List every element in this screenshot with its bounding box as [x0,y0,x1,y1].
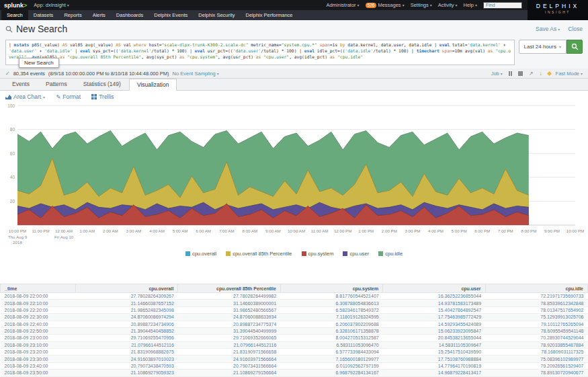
nav-item-reports[interactable]: Reports [58,10,87,20]
pause-job-icon[interactable] [509,71,512,76]
cell-value[interactable]: 15.40427864892547 [383,306,485,313]
cell-value[interactable]: 15.06233923095847 [383,327,485,334]
cell-value[interactable]: 6.583111053096470 [280,341,382,348]
cell-time[interactable]: 2018-08-09 22:30:00 [1,314,76,321]
nav-item-delphix-security[interactable]: Delphix Security [193,10,240,20]
tab-statistics-149[interactable]: Statistics (149) [75,78,129,90]
cell-value[interactable]: 21.07966144512116 [76,341,178,348]
cell-time[interactable]: 2018-08-09 23:20:00 [1,349,76,355]
cell-time[interactable]: 2018-08-09 22:10:00 [1,300,76,306]
cell-value[interactable]: 6.968792284134167 [280,370,382,376]
close-button[interactable]: Close [568,26,583,32]
cell-value[interactable]: 15.25417510439590 [383,349,485,355]
column-header-cpu-system[interactable]: cpu.system [280,284,382,293]
cell-value[interactable]: 31.39044540499999 [178,327,280,334]
nav-item-delphix-events[interactable]: Delphix Events [149,10,193,20]
legend-item-cpu-user[interactable]: cpu.user [343,251,369,257]
cell-value[interactable]: 14.96879228413417 [383,370,485,376]
cell-value[interactable]: 72.21971735690733 [485,293,587,300]
cell-time[interactable]: 2018-08-09 23:10:00 [1,341,76,348]
search-query-input[interactable]: | mstats p85(_value) AS val85 avg(_value… [5,40,515,65]
cell-value[interactable]: 79.20926561529407 [485,362,587,369]
export-icon[interactable]: ↓ [539,71,542,77]
cell-value[interactable]: 17.75108760988884 [383,355,485,362]
cell-value[interactable]: 27.78028264499982 [178,293,280,300]
trellis-button[interactable]: Trellis [91,93,114,100]
find-input[interactable] [483,2,522,9]
nav-item-search[interactable]: Search [1,10,28,20]
event-sampling-menu[interactable]: No Event Sampling▾ [173,71,219,77]
cell-value[interactable]: 78.01347517654902 [485,306,587,313]
job-menu[interactable]: Job▾ [491,71,503,77]
cell-time[interactable]: 2018-08-09 22:50:00 [1,327,76,334]
cell-value[interactable]: 78.85339612342848 [485,300,587,306]
cell-value[interactable]: 70.28930744529044 [485,335,587,341]
cell-value[interactable]: 16.36252236855044 [383,293,485,300]
cell-value[interactable]: 7.118019126324595 [280,314,382,321]
splunk-logo[interactable]: splunk> [4,2,27,9]
cell-value[interactable]: 20.79073431566664 [178,362,280,369]
cell-value[interactable]: 21.39044540458852 [76,327,178,334]
cell-value[interactable]: 8.817760544521407 [280,293,382,300]
cell-value[interactable]: 24.87060086974294 [76,314,178,321]
cell-value[interactable]: 21.10869279156664 [178,370,280,376]
share-icon[interactable]: ↗ [529,71,534,77]
tab-events[interactable]: Events [4,78,38,90]
cell-value[interactable]: 20.89887234775374 [178,321,280,327]
nav-item-datasets[interactable]: Datasets [28,10,59,20]
settings-menu[interactable]: Settings▾ [411,2,432,8]
cell-value[interactable]: 14.93781583173489 [383,300,485,306]
help-menu[interactable]: Help▾ [464,2,477,8]
cell-value[interactable]: 20.84538213655044 [383,335,485,341]
cell-value[interactable]: 31.14660389000001 [178,300,280,306]
cell-value[interactable]: 21.83190968882675 [76,349,178,355]
cell-time[interactable]: 2018-08-09 23:00:00 [1,335,76,341]
tab-visualization[interactable]: Visualization [129,79,177,91]
chart-type-picker[interactable]: Area Chart▾ [5,93,45,100]
cell-value[interactable]: 78.89130720940677 [485,370,587,376]
cell-time[interactable]: 2018-08-09 22:00:00 [1,293,76,300]
column-header-time[interactable]: _time [1,284,76,293]
cell-value[interactable]: 31.98652480566567 [178,306,280,313]
column-header-cpu-overall-85th-percentile[interactable]: cpu.overall 85th Percentile [178,284,280,293]
nav-item-alerts[interactable]: Alerts [87,10,111,20]
search-mode-menu[interactable]: Fast Mode▾ [548,71,583,77]
cell-value[interactable]: 21.83190971566658 [178,349,280,355]
cell-value[interactable]: 6.577733984433094 [280,349,382,355]
legend-item-cpu-overall[interactable]: cpu.overall [185,251,216,257]
cell-value[interactable]: 21.10869279059323 [76,370,178,376]
cell-value[interactable]: 29.71069255470956 [76,335,178,341]
stop-job-icon[interactable] [518,71,523,76]
cell-time[interactable]: 2018-08-09 23:30:00 [1,355,76,362]
user-menu[interactable]: Administrator▾ [326,2,359,8]
column-header-cpu-overall[interactable]: cpu.overall [76,284,178,293]
search-submit-button[interactable] [566,40,583,54]
legend-item-cpu-idle[interactable]: cpu.idle [378,251,403,257]
save-as-button[interactable]: Save As▾ [536,26,560,32]
cell-value[interactable]: 20.79073438470593 [76,362,178,369]
cell-time[interactable]: 2018-08-09 22:20:00 [1,306,76,313]
activity-menu[interactable]: Activity▾ [438,2,458,8]
cell-value[interactable]: 6.328106171358878 [280,327,382,334]
cell-value[interactable]: 78.92033855487884 [485,341,587,348]
cell-value[interactable]: 21.98652482345098 [76,306,178,313]
cell-value[interactable]: 8.004270515312587 [280,335,382,341]
cell-value[interactable]: 6.308788054836613 [280,300,382,306]
column-header-cpu-idle[interactable]: cpu.idle [485,284,587,293]
cell-value[interactable]: 21.14660387657152 [76,300,178,306]
area-chart[interactable]: 2040608010010:00 PM11:00 PM12:00 AM1:00 … [0,103,588,258]
cell-value[interactable]: 14.58311105309647 [383,341,485,348]
cell-value[interactable]: 17.75463985772429 [383,314,485,321]
column-header-cpu-user[interactable]: cpu.user [383,284,485,293]
cell-value[interactable]: 27.78028264309267 [76,293,178,300]
legend-item-cpu-system[interactable]: cpu.system [302,251,334,257]
cell-value[interactable]: 29.71069352666065 [178,335,280,341]
cell-value[interactable]: 6.011092562797159 [280,362,382,369]
cell-value[interactable]: 6.206037802209688 [280,321,382,327]
cell-value[interactable]: 14.59293455424089 [383,321,485,327]
cell-value[interactable]: 14.77964170190819 [383,362,485,369]
cell-value[interactable]: 20.89887234734906 [76,321,178,327]
time-range-picker[interactable]: Last 24 hours▾ [519,40,567,54]
tab-patterns[interactable]: Patterns [38,78,75,90]
legend-item-cpu-overall-85th-percentile[interactable]: cpu.overall 85th Percentile [226,251,292,257]
